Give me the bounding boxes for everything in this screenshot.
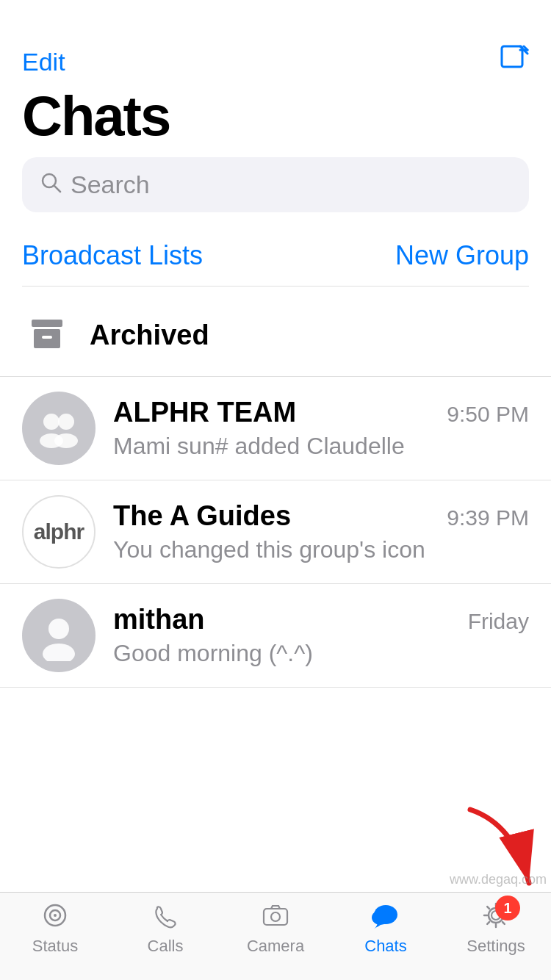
header-top: Edit	[22, 44, 529, 79]
svg-rect-6	[32, 320, 62, 327]
avatar-a-guides: alphr	[22, 495, 96, 569]
actions-row: Broadcast Lists New Group	[22, 233, 529, 287]
watermark: www.degaq.com	[450, 872, 547, 887]
tab-bar: Status Calls Camera Cha	[0, 892, 551, 980]
svg-line-5	[54, 186, 60, 192]
chat-time: 9:50 PM	[447, 402, 529, 427]
svg-rect-19	[264, 909, 287, 925]
svg-point-12	[54, 433, 78, 448]
svg-point-14	[43, 644, 75, 661]
tab-calls-label: Calls	[148, 937, 184, 956]
tab-settings[interactable]: 1 Settings	[441, 901, 551, 956]
calls-icon	[151, 901, 179, 934]
svg-point-18	[54, 914, 57, 917]
tab-status[interactable]: Status	[0, 901, 110, 956]
chat-info-a-guides: The A Guides 9:39 PM You changed this gr…	[113, 500, 529, 563]
archive-icon	[22, 310, 72, 360]
chat-preview: Mami sun# added Claudelle	[113, 433, 529, 460]
svg-point-20	[271, 912, 280, 921]
page-title: Chats	[22, 88, 529, 144]
tab-camera-label: Camera	[247, 937, 304, 956]
chat-top: ALPHR TEAM 9:50 PM	[113, 397, 529, 428]
camera-icon	[262, 901, 289, 934]
chats-icon	[370, 901, 401, 934]
svg-point-9	[43, 414, 60, 430]
svg-point-13	[48, 619, 69, 639]
chat-row-a-guides[interactable]: alphr The A Guides 9:39 PM You changed t…	[0, 480, 551, 584]
tab-camera[interactable]: Camera	[220, 901, 331, 956]
tab-settings-label: Settings	[467, 937, 525, 956]
chat-name: mithan	[113, 604, 205, 635]
avatar-mithan	[22, 599, 96, 672]
settings-badge: 1	[495, 896, 520, 920]
chat-row-alphr-team[interactable]: ALPHR TEAM 9:50 PM Mami sun# added Claud…	[0, 377, 551, 480]
compose-icon[interactable]	[500, 44, 529, 79]
chat-info-mithan: mithan Friday Good morning (^.^)	[113, 604, 529, 667]
svg-rect-8	[42, 336, 52, 339]
chat-top: mithan Friday	[113, 604, 529, 635]
chat-list: Archived ALPHR TEAM 9:50 PM Mami sun# ad…	[0, 294, 551, 688]
new-group-button[interactable]: New Group	[395, 240, 529, 271]
archived-label: Archived	[90, 320, 209, 351]
tab-calls[interactable]: Calls	[110, 901, 220, 956]
chat-preview: Good morning (^.^)	[113, 640, 529, 667]
alphr-logo: alphr	[34, 519, 84, 544]
settings-wrap: 1	[482, 901, 510, 934]
edit-button[interactable]: Edit	[22, 48, 65, 76]
svg-point-10	[58, 414, 74, 430]
chat-info-alphr-team: ALPHR TEAM 9:50 PM Mami sun# added Claud…	[113, 397, 529, 460]
chat-time: Friday	[468, 609, 529, 634]
chat-time: 9:39 PM	[447, 505, 529, 530]
chat-row-mithan[interactable]: mithan Friday Good morning (^.^)	[0, 584, 551, 688]
search-bar[interactable]: Search	[22, 157, 529, 212]
header: Edit Chats Search Broadcast Lists New Gr…	[0, 0, 551, 294]
avatar-alphr-team	[22, 392, 96, 465]
tab-chats[interactable]: Chats	[331, 901, 441, 956]
chat-preview: You changed this group's icon	[113, 536, 529, 563]
chat-name: ALPHR TEAM	[113, 397, 296, 428]
svg-point-22	[372, 910, 389, 925]
broadcast-lists-button[interactable]: Broadcast Lists	[22, 240, 203, 271]
archived-row[interactable]: Archived	[0, 294, 551, 377]
chat-name: The A Guides	[113, 500, 291, 532]
search-icon	[40, 171, 62, 198]
status-icon	[41, 901, 69, 934]
chat-top: The A Guides 9:39 PM	[113, 500, 529, 532]
tab-status-label: Status	[32, 937, 78, 956]
search-placeholder: Search	[71, 170, 150, 199]
tab-chats-label: Chats	[364, 937, 406, 956]
